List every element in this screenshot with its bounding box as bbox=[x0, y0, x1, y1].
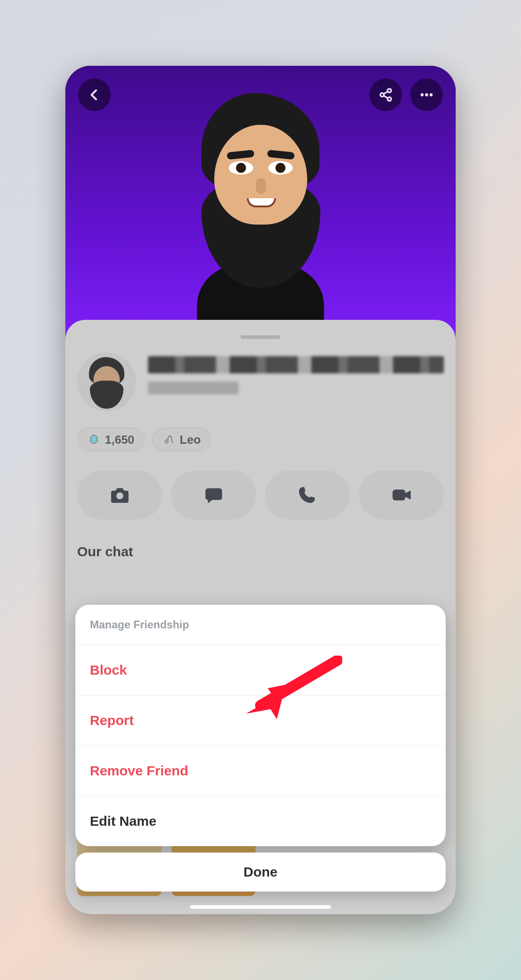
share-button[interactable] bbox=[369, 78, 402, 111]
back-button[interactable] bbox=[78, 78, 111, 111]
edit-name-item[interactable]: Edit Name bbox=[75, 796, 446, 846]
snap-score-badge[interactable]: 1,650 bbox=[77, 428, 145, 451]
chevron-left-icon bbox=[88, 88, 101, 102]
svg-rect-10 bbox=[393, 490, 405, 500]
svg-point-6 bbox=[425, 93, 428, 97]
bitmoji-avatar-large bbox=[161, 84, 360, 338]
share-icon bbox=[378, 88, 393, 102]
bitmoji-avatar-small[interactable] bbox=[77, 353, 136, 412]
action-sheet-title: Manage Friendship bbox=[75, 605, 446, 645]
ghost-icon bbox=[88, 433, 100, 446]
svg-point-7 bbox=[430, 93, 433, 97]
block-item[interactable]: Block bbox=[75, 645, 446, 696]
camera-icon bbox=[109, 485, 130, 505]
leo-zodiac-icon bbox=[162, 433, 175, 446]
svg-line-4 bbox=[383, 96, 388, 98]
snap-score-value: 1,650 bbox=[105, 433, 134, 447]
zodiac-label: Leo bbox=[180, 433, 201, 447]
svg-point-9 bbox=[116, 492, 123, 499]
more-horizontal-icon bbox=[419, 87, 434, 103]
svg-point-5 bbox=[421, 93, 424, 97]
report-item[interactable]: Report bbox=[75, 696, 446, 746]
phone-frame: 1,650 Leo Our chat bbox=[65, 66, 456, 914]
phone-icon bbox=[298, 485, 317, 505]
more-button[interactable] bbox=[410, 78, 443, 111]
done-button[interactable]: Done bbox=[75, 853, 446, 892]
manage-friendship-sheet: Manage Friendship Block Report Remove Fr… bbox=[75, 605, 446, 846]
profile-hero bbox=[65, 66, 456, 361]
chat-bubble-icon bbox=[204, 485, 224, 505]
chat-button[interactable] bbox=[171, 470, 256, 519]
video-icon bbox=[391, 484, 413, 506]
audio-call-button[interactable] bbox=[265, 470, 350, 519]
remove-friend-item[interactable]: Remove Friend bbox=[75, 746, 446, 796]
svg-line-3 bbox=[383, 92, 388, 94]
our-chat-heading: Our chat bbox=[77, 544, 444, 559]
zodiac-badge[interactable]: Leo bbox=[152, 428, 211, 451]
home-indicator bbox=[190, 905, 331, 909]
snap-camera-button[interactable] bbox=[77, 470, 162, 519]
profile-name-redacted bbox=[148, 353, 444, 402]
video-call-button[interactable] bbox=[359, 470, 444, 519]
sheet-grabber[interactable] bbox=[241, 335, 280, 339]
